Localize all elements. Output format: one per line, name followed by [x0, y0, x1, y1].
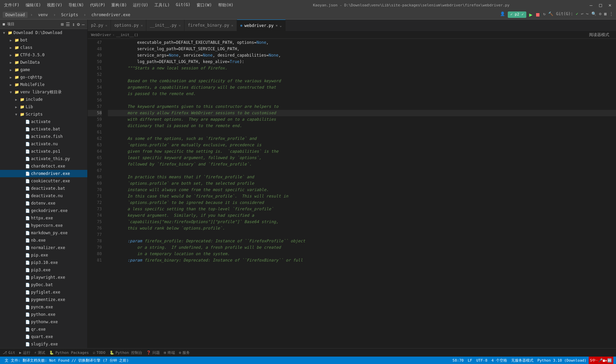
editor-tab-firefoxbinarypy[interactable]: firefox_binary.py ✕: [184, 20, 237, 31]
tree-item-nb[interactable]: 📄 nb.exe: [0, 237, 87, 244]
git-bottom-item[interactable]: ⎇ Git: [3, 351, 15, 355]
breadcrumb-init[interactable]: __init__(): [116, 33, 138, 37]
more-icon[interactable]: ⋮: [609, 11, 613, 18]
minimize-button[interactable]: —: [588, 2, 594, 8]
user-icon[interactable]: 👤: [500, 11, 505, 18]
top-tab-download[interactable]: Download: [3, 12, 28, 18]
code-editor[interactable]: 47 48 49 50 51 52 53 54 55 56 57 58 59 6…: [88, 39, 616, 348]
search-icon[interactable]: 🔍: [591, 11, 596, 18]
status-indent[interactable]: 4 个空格: [490, 357, 509, 364]
status-lf[interactable]: LF: [466, 357, 474, 364]
run-bottom-item[interactable]: ▶ 运行: [19, 350, 30, 355]
tree-item-game[interactable]: ▶ 📁 game: [0, 66, 87, 73]
build-icon[interactable]: 🔨: [548, 11, 553, 18]
breadcrumb-webdriver[interactable]: WebDriver: [91, 33, 111, 37]
menu-code[interactable]: 代码(P): [89, 2, 107, 9]
tree-item-slugify[interactable]: 📄 slugify.exe: [0, 340, 87, 348]
top-tab-scripts[interactable]: Scripts: [58, 12, 81, 18]
python-packages-item[interactable]: 🐍 Python Packages: [49, 351, 89, 355]
sidebar-settings-icon[interactable]: ⚙: [77, 22, 80, 27]
tree-item-quart[interactable]: 📄 quart.exe: [0, 333, 87, 340]
problems-item[interactable]: ❓ 问题: [146, 350, 160, 355]
tree-item-pyfiglet[interactable]: 📄 pyfiglet.exe: [0, 289, 87, 296]
tree-item-download[interactable]: ▼ 📁 Download D:\Download: [0, 29, 87, 36]
menu-refactor[interactable]: 重构(B): [110, 2, 128, 9]
tree-item-qr[interactable]: 📄 qr.exe: [0, 326, 87, 333]
tree-item-activate-bat[interactable]: 📄 activate.bat: [0, 125, 87, 133]
status-python-version[interactable]: Python 3.10 (Download): [535, 357, 589, 364]
tree-item-deactivate-bat[interactable]: 📄 deactivate.bat: [0, 185, 87, 192]
sidebar-add-icon[interactable]: ⊞: [61, 22, 63, 27]
sidebar-header-icons[interactable]: ⊞ ☰ ↕ ⚙ —: [61, 22, 85, 27]
git-check[interactable]: ✓: [576, 11, 578, 18]
tree-item-pip3[interactable]: 📄 pip3.exe: [0, 266, 87, 274]
menu-edit[interactable]: 编辑(E): [24, 2, 42, 9]
run-button[interactable]: ▶: [529, 11, 532, 18]
tree-item-dwnldata[interactable]: ▶ 📁 DwnlData: [0, 59, 87, 66]
tree-item-geckodriver[interactable]: 📄 geckodriver.exe: [0, 207, 87, 214]
stop-button[interactable]: ⏹: [535, 11, 540, 18]
editor-tab-p2py[interactable]: p2.py ✕: [88, 20, 111, 31]
tree-item-pip310[interactable]: 📄 pip3.10.exe: [0, 259, 87, 266]
services-item[interactable]: ⚙ 服务: [179, 350, 190, 355]
python-console-item[interactable]: 🐍 Python 控制台: [110, 350, 142, 355]
menu-git[interactable]: Git(G): [175, 2, 192, 9]
top-tab-chromedriver[interactable]: chromedriver.exe: [89, 12, 133, 18]
tree-item-markdown-py[interactable]: 📄 markdown_py.exe: [0, 229, 87, 237]
close-icon-webdriverpy[interactable]: ✕: [276, 24, 278, 27]
sidebar-expand-icon[interactable]: ↕: [72, 22, 75, 27]
tree-item-gocqhttp[interactable]: ▶ 📁 go-cqhttp: [0, 73, 87, 81]
tree-item-pygmentize[interactable]: 📄 pygmentize.exe: [0, 296, 87, 303]
tree-item-scripts[interactable]: ▼ 📁 Scripts: [0, 111, 87, 118]
tree-item-playwright[interactable]: 📄 playwright.exe: [0, 274, 87, 281]
tree-item-mobilefile[interactable]: ▶ 📁 MobileFile: [0, 81, 87, 88]
tree-item-cookiecutter[interactable]: 📄 cookiecutter.exe: [0, 177, 87, 185]
tree-item-activate-this-py[interactable]: 📄 activate_this.py: [0, 155, 87, 162]
tree-item-normalizer[interactable]: 📄 normalizer.exe: [0, 244, 87, 251]
status-no-server[interactable]: 无服务器模式: [509, 357, 535, 364]
menu-help[interactable]: 帮助(H): [217, 2, 235, 9]
menu-run[interactable]: 运行(U): [131, 2, 150, 9]
editor-tab-webdriverpy[interactable]: ● webdriver.py ✕ ⌄: [237, 20, 286, 31]
sidebar-minimize-icon[interactable]: —: [82, 22, 85, 27]
menu-tools[interactable]: 工具(L): [153, 2, 171, 9]
window-controls[interactable]: — □ ✕: [588, 2, 613, 8]
menu-file[interactable]: 文件(F): [3, 2, 21, 9]
code-view[interactable]: executable_path=DEFAULT_EXECUTABLE_PATH,…: [105, 39, 616, 348]
menu-view[interactable]: 视图(V): [46, 2, 64, 9]
test-bottom-item[interactable]: ⚡ 测试: [34, 350, 46, 355]
status-encoding[interactable]: UTF-8: [474, 357, 489, 364]
menu-window[interactable]: 窗口(W): [195, 2, 213, 9]
reader-mode-button[interactable]: 阅读器模式: [589, 32, 609, 38]
tree-item-httpx[interactable]: 📄 httpx.exe: [0, 214, 87, 222]
todo-item[interactable]: ☑ TODO: [93, 351, 105, 355]
tree-item-python[interactable]: 📄 python.exe: [0, 311, 87, 318]
menu-bar[interactable]: 文件(F) 编辑(E) 视图(V) 导航(N) 代码(P) 重构(B) 运行(U…: [3, 2, 235, 9]
tree-item-pythonw[interactable]: 📄 pythonw.exe: [0, 318, 87, 326]
tree-item-pydoc-bat[interactable]: 📄 pyDoc.bat: [0, 281, 87, 289]
editor-tab-initpy[interactable]: __init__.py ✕: [146, 20, 184, 31]
status-line-col[interactable]: 58:70: [450, 357, 466, 364]
tree-item-chromedriver[interactable]: 📄 chromedriver.exe: [0, 170, 87, 177]
editor-tab-optionspy[interactable]: options.py ✕: [111, 20, 146, 31]
tree-item-pyncm[interactable]: 📄 pyncm.exe: [0, 303, 87, 311]
tree-item-class[interactable]: ▶ 📁 class: [0, 44, 87, 51]
tree-item-pip[interactable]: 📄 pip.exe: [0, 251, 87, 259]
top-tab-venv[interactable]: venv: [35, 12, 51, 18]
menu-nav[interactable]: 导航(N): [67, 2, 85, 9]
close-icon-initpy[interactable]: ✕: [179, 24, 181, 27]
sidebar-menu-icon[interactable]: ☰: [66, 22, 70, 27]
status-ime[interactable]: S中·🎤■★🔤: [589, 357, 614, 364]
reload-button[interactable]: ↻: [543, 11, 546, 18]
status-translation[interactable]: 文 文件: 翻译文档失败: Not Found // 切换翻译引擎 (7 分钟 …: [3, 357, 131, 364]
tree-item-ctfd[interactable]: ▶ 📁 CTFd-3.5.0: [0, 51, 87, 59]
tree-item-hypercorn[interactable]: 📄 hypercorn.exe: [0, 222, 87, 229]
git-redo[interactable]: ↪: [586, 11, 588, 18]
tree-item-venv[interactable]: ▼ 📁 venv library根目录: [0, 88, 87, 96]
tab-more-icon[interactable]: ⌄: [280, 24, 282, 27]
tree-item-activate-nu[interactable]: 📄 activate.nu: [0, 140, 87, 148]
close-icon-firefoxbinarypy[interactable]: ✕: [231, 24, 233, 27]
tree-item-lib[interactable]: ▶ 📁 Lib: [0, 103, 87, 111]
tree-item-activate[interactable]: 📄 activate: [0, 118, 87, 125]
tree-item-include[interactable]: ▶ 📁 include: [0, 96, 87, 103]
